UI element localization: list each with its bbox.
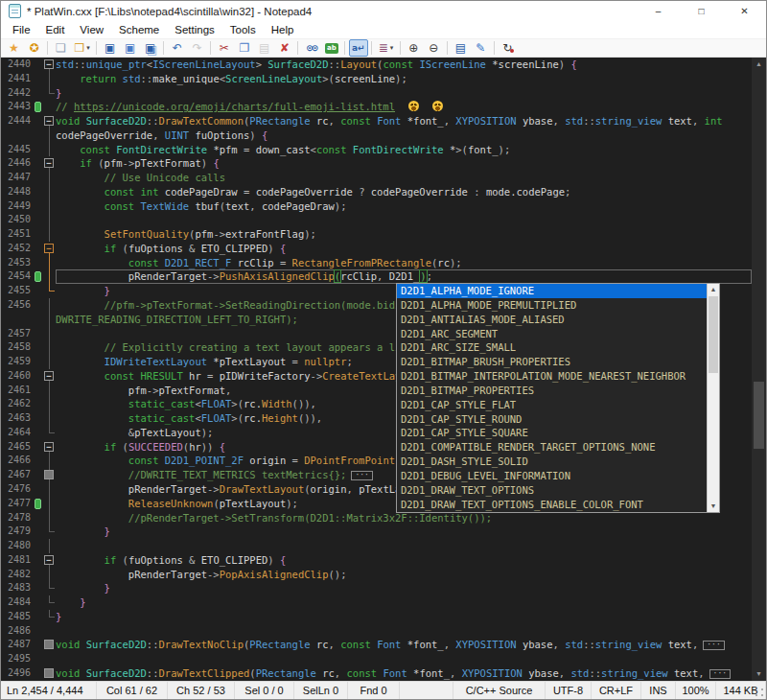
word-wrap-button[interactable]: a↵ bbox=[349, 39, 368, 57]
code-line-2487[interactable]: 2487void SurfaceD2D::DrawTextNoClip(PRec… bbox=[1, 638, 752, 652]
line-number[interactable]: 2452 bbox=[1, 242, 34, 256]
autocomplete-item[interactable]: D2D1_ANTIALIAS_MODE_ALIASED bbox=[397, 313, 707, 327]
bookmark-margin[interactable] bbox=[34, 411, 43, 426]
bookmark-margin[interactable] bbox=[34, 86, 43, 101]
line-number[interactable]: 2467 bbox=[1, 468, 34, 482]
line-number[interactable]: 2455 bbox=[1, 284, 34, 298]
line-number[interactable]: 2443 bbox=[1, 100, 34, 114]
autocomplete-item[interactable]: D2D1_DEBUG_LEVEL_INFORMATION bbox=[397, 469, 707, 483]
line-number[interactable]: 2484 bbox=[1, 595, 34, 610]
bookmark-margin[interactable] bbox=[34, 298, 43, 313]
fold-margin[interactable] bbox=[43, 525, 56, 539]
line-number[interactable]: 2447 bbox=[1, 171, 34, 185]
bookmark-margin[interactable] bbox=[34, 327, 43, 341]
cut-button[interactable]: ✂ bbox=[215, 39, 234, 57]
bookmark-margin[interactable] bbox=[34, 652, 43, 666]
find-button[interactable]: ⊙⊙ bbox=[302, 39, 321, 57]
fold-margin[interactable] bbox=[43, 454, 56, 468]
autocomplete-item[interactable]: D2D1_BITMAP_PROPERTIES bbox=[397, 384, 707, 398]
bookmark-margin[interactable] bbox=[34, 72, 43, 86]
fold-margin[interactable] bbox=[43, 539, 56, 553]
autocomplete-item[interactable]: D2D1_ARC_SEGMENT bbox=[397, 327, 707, 341]
bookmark-margin[interactable] bbox=[34, 284, 43, 298]
fold-collapsed-icon[interactable] bbox=[44, 640, 54, 649]
line-number[interactable]: 2454 bbox=[1, 269, 34, 284]
line-number[interactable]: 2485 bbox=[1, 610, 34, 624]
autocomplete-item[interactable]: D2D1_DRAW_TEXT_OPTIONS bbox=[397, 483, 707, 498]
line-number[interactable]: 2463 bbox=[1, 411, 34, 426]
scroll-up-arrow-icon[interactable]: ▲ bbox=[752, 58, 766, 71]
fold-margin[interactable] bbox=[43, 340, 56, 355]
menu-view[interactable]: View bbox=[72, 21, 111, 39]
fold-margin[interactable] bbox=[43, 384, 56, 398]
autocomplete-scroll-down-icon[interactable]: ▼ bbox=[708, 501, 719, 512]
code-line-2479[interactable]: 2479 } bbox=[1, 525, 752, 539]
status-column[interactable]: Col 61 / 62 bbox=[97, 682, 168, 699]
code-line-2447[interactable]: 2447 // Use Unicode calls bbox=[1, 171, 752, 185]
fold-margin[interactable] bbox=[43, 397, 56, 411]
code-line-2446[interactable]: 2446− if (pfm->pTextFormat) { bbox=[1, 156, 752, 171]
code-line-2482[interactable]: 2482 pRenderTarget->PopAxisAlignedClip()… bbox=[1, 568, 752, 582]
fold-ellipsis-box[interactable]: ··· bbox=[351, 471, 372, 480]
line-number[interactable]: 2479 bbox=[1, 525, 34, 539]
save-button[interactable]: ▣ bbox=[101, 39, 120, 57]
code-line-2481[interactable]: 2481− if (fuOptions & ETO_CLIPPED) { bbox=[1, 553, 752, 568]
fold-margin[interactable] bbox=[43, 171, 56, 185]
line-number[interactable]: 2496 bbox=[1, 666, 34, 681]
fold-ellipsis-box[interactable]: ··· bbox=[703, 641, 724, 650]
fold-margin[interactable] bbox=[43, 100, 56, 114]
fold-margin[interactable] bbox=[43, 468, 56, 482]
fold-collapse-icon[interactable]: − bbox=[44, 371, 54, 381]
fold-margin[interactable] bbox=[43, 624, 56, 639]
fold-margin[interactable] bbox=[43, 213, 56, 227]
fold-margin[interactable] bbox=[43, 72, 56, 86]
editor[interactable]: 2440−std::unique_ptr<IScreenLineLayout> … bbox=[1, 58, 766, 681]
line-number[interactable]: 2461 bbox=[1, 384, 34, 398]
autocomplete-item[interactable]: D2D1_BITMAP_BRUSH_PROPERTIES bbox=[397, 355, 707, 369]
line-number[interactable]: 2456 bbox=[1, 298, 34, 313]
line-number[interactable]: 2477 bbox=[1, 497, 34, 511]
status-overtype[interactable]: INS bbox=[641, 682, 676, 699]
fold-margin[interactable] bbox=[43, 327, 56, 341]
autocomplete-scrollbar-thumb[interactable] bbox=[709, 296, 718, 373]
new-file-button[interactable]: ❏ bbox=[52, 39, 71, 57]
autocomplete-item[interactable]: D2D1_ALPHA_MODE_PREMULTIPLIED bbox=[397, 298, 707, 313]
code-line-2449[interactable]: 2449 const TextWide tbuf(text, codePageD… bbox=[1, 199, 752, 214]
editor-vertical-scrollbar[interactable]: ▲ ▼ bbox=[752, 58, 766, 681]
code-line-2448[interactable]: 2448 const int codePageDraw = codePageOv… bbox=[1, 185, 752, 199]
bookmark-margin[interactable] bbox=[34, 143, 43, 157]
bookmark-margin[interactable] bbox=[34, 114, 43, 128]
fold-margin[interactable] bbox=[43, 269, 56, 284]
fold-margin[interactable] bbox=[43, 666, 56, 681]
bookmark-margin[interactable] bbox=[34, 171, 43, 185]
fold-margin[interactable] bbox=[43, 227, 56, 242]
add-favorite-button[interactable]: ★ bbox=[5, 39, 24, 57]
code-line-2440[interactable]: 2440−std::unique_ptr<IScreenLineLayout> … bbox=[1, 58, 752, 72]
fold-margin[interactable] bbox=[43, 426, 56, 440]
line-number[interactable]: 2445 bbox=[1, 143, 34, 157]
bookmark-margin[interactable] bbox=[34, 185, 43, 199]
fold-collapsed-icon[interactable] bbox=[44, 668, 54, 678]
bookmark-margin[interactable] bbox=[34, 128, 43, 143]
fold-ellipsis-box[interactable]: ··· bbox=[709, 669, 731, 679]
bookmark-margin[interactable] bbox=[34, 581, 43, 595]
fold-margin[interactable]: − bbox=[43, 553, 56, 568]
undo-button[interactable]: ↶ bbox=[168, 39, 187, 57]
select-scheme-button[interactable]: ≣▾ bbox=[376, 39, 397, 57]
menu-edit[interactable]: Edit bbox=[38, 21, 73, 39]
fold-margin[interactable]: − bbox=[43, 156, 56, 171]
line-number[interactable]: 2442 bbox=[1, 86, 34, 101]
line-number[interactable]: 2444 bbox=[1, 114, 34, 128]
bookmark-margin[interactable] bbox=[34, 568, 43, 582]
line-number[interactable]: 2487 bbox=[1, 638, 34, 652]
title-bar[interactable]: * PlatWin.cxx [F:\Libs\notepad4\scintill… bbox=[1, 1, 766, 21]
code-line-wrap[interactable]: codePageOverride, UINT fuOptions) { bbox=[1, 128, 752, 143]
fold-margin[interactable]: − bbox=[43, 58, 56, 72]
bookmark-margin[interactable] bbox=[34, 269, 43, 284]
replace-button[interactable]: ab bbox=[322, 39, 341, 57]
fold-margin[interactable]: − bbox=[43, 440, 56, 455]
line-number[interactable]: 2495 bbox=[1, 652, 34, 666]
zoom-out-button[interactable]: ⊖ bbox=[424, 39, 443, 57]
line-number[interactable]: 2480 bbox=[1, 539, 34, 553]
code-line-2451[interactable]: 2451 SetFontQuality(pfm->extraFontFlag); bbox=[1, 227, 752, 242]
